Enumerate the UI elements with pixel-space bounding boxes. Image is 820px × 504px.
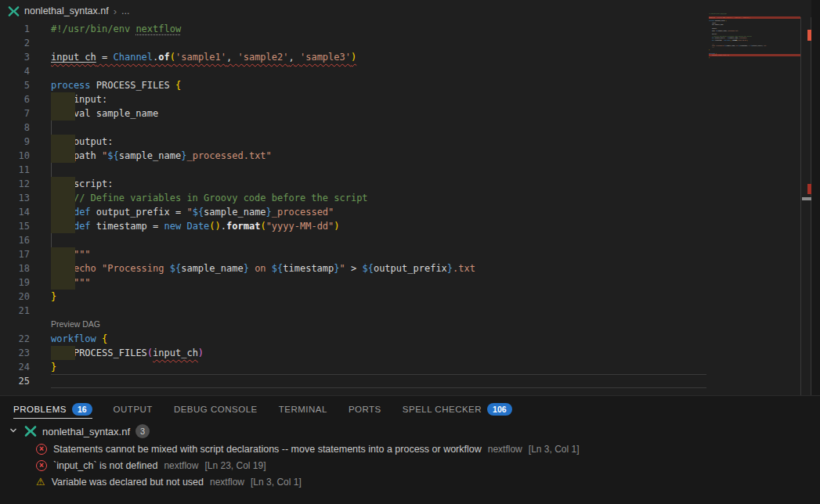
breadcrumb-file[interactable]: nonlethal_syntax.nf <box>24 5 109 16</box>
code-line[interactable]: 8 <box>0 121 811 135</box>
tab-label: PROBLEMS <box>13 405 67 414</box>
code-line[interactable]: 16 <box>0 233 811 247</box>
line-number[interactable]: 7 <box>0 106 30 121</box>
line-number[interactable]: 15 <box>0 219 30 233</box>
indent-highlight <box>51 275 75 290</box>
line-number[interactable]: 11 <box>0 163 30 177</box>
code-line[interactable]: 5process PROCESS_FILES { <box>0 78 811 92</box>
line-number[interactable]: 23 <box>0 346 30 360</box>
code-line[interactable]: 18 echo "Processing ${sample_name} on ${… <box>0 261 811 275</box>
code-token: def <box>74 207 91 218</box>
problem-message: Statements cannot be mixed with script d… <box>53 444 482 455</box>
overview-ruler-scrollbar[interactable] <box>800 17 811 395</box>
tab-problems[interactable]: PROBLEMS16 <box>13 396 92 422</box>
problem-row[interactable]: ⚠Variable was declared but not usednextf… <box>0 473 820 490</box>
indent-highlight <box>51 135 75 149</box>
minimap[interactable]: #!/usr/bin/env nextflowinput_ch = Channe… <box>709 13 800 87</box>
line-number[interactable]: 22 <box>0 332 30 346</box>
code-line[interactable]: 2 <box>0 36 811 50</box>
line-number[interactable]: 16 <box>0 233 30 247</box>
code-line[interactable]: 25 <box>0 374 811 388</box>
code-token: format <box>226 221 260 232</box>
codelens-preview-dag[interactable]: Preview DAG <box>0 318 811 332</box>
tab-label: SPELL CHECKER <box>403 405 482 414</box>
code-line[interactable]: 11 <box>0 163 811 177</box>
error-icon: × <box>36 460 47 471</box>
line-number[interactable]: 4 <box>0 64 30 78</box>
code-token: } <box>51 291 56 302</box>
code-line[interactable]: 24} <box>0 360 811 374</box>
tab-output[interactable]: OUTPUT <box>114 396 153 422</box>
code-line[interactable]: 19 """ <box>0 275 811 290</box>
code-token: process <box>51 80 91 91</box>
breadcrumb-more[interactable]: ... <box>121 5 129 16</box>
line-number[interactable]: 3 <box>0 50 30 64</box>
line-number[interactable]: 17 <box>0 247 30 261</box>
code-line[interactable]: 23 PROCESS_FILES(input_ch) <box>0 346 811 360</box>
code-line[interactable]: 7 val sample_name <box>0 106 811 121</box>
code-line[interactable]: 13 // Define variables in Groovy code be… <box>0 191 811 205</box>
code-token: workflow <box>51 333 96 344</box>
problem-row[interactable]: ×`input_ch` is not definednextflow[Ln 23… <box>0 457 820 473</box>
code-line-content: input_ch = Channel.of('sample1', 'sample… <box>51 52 356 63</box>
tab-terminal[interactable]: TERMINAL <box>279 396 327 422</box>
code-token: } <box>244 263 249 274</box>
code-line[interactable]: 20} <box>0 290 811 304</box>
indent-highlight <box>51 205 75 219</box>
line-number[interactable]: 6 <box>0 92 30 106</box>
problems-file-count-badge: 3 <box>135 424 150 438</box>
code-line[interactable] <box>709 58 793 59</box>
breadcrumb[interactable]: nonlethal_syntax.nf › ... <box>0 0 811 22</box>
code-line[interactable]: 6 input: <box>0 92 811 106</box>
code-line[interactable]: 14 def output_prefix = "${sample_name}_p… <box>0 205 811 219</box>
bottom-panel: PROBLEMS16OUTPUTDEBUG CONSOLETERMINALPOR… <box>0 395 820 504</box>
code-token: ${ <box>107 150 118 161</box>
line-number[interactable]: 13 <box>0 191 30 205</box>
code-token: } <box>51 362 56 373</box>
code-line[interactable]: 22workflow { <box>0 332 811 346</box>
line-number[interactable]: 12 <box>0 177 30 191</box>
line-number[interactable]: 21 <box>0 304 30 318</box>
line-number[interactable]: 2 <box>0 36 30 50</box>
indent-guide <box>51 163 52 177</box>
code-line[interactable]: 4 <box>0 64 811 78</box>
line-number[interactable]: 24 <box>0 360 30 374</box>
problem-row[interactable]: ×Statements cannot be mixed with script … <box>0 441 820 457</box>
indent-highlight <box>51 346 75 360</box>
code-token: sample_name <box>204 207 266 218</box>
line-number[interactable]: 9 <box>0 135 30 149</box>
code-token: def <box>74 221 91 232</box>
line-number[interactable]: 10 <box>0 149 30 163</box>
problem-message: `input_ch` is not defined <box>53 460 157 471</box>
line-number[interactable]: 25 <box>0 374 30 388</box>
problems-file-group[interactable]: nonlethal_syntax.nf 3 <box>0 422 820 441</box>
chevron-down-icon[interactable] <box>8 425 19 438</box>
line-number[interactable]: 20 <box>0 290 30 304</box>
line-number[interactable]: 8 <box>0 121 30 135</box>
code-line[interactable]: 15 def timestamp = new Date().format("yy… <box>0 219 811 233</box>
code-line-content: workflow { <box>51 333 107 344</box>
code-line[interactable]: 17 """ <box>0 247 811 261</box>
code-line[interactable]: 3input_ch = Channel.of('sample1', 'sampl… <box>0 50 811 64</box>
code-line[interactable]: 9 output: <box>0 135 811 149</box>
line-number[interactable]: 5 <box>0 78 30 92</box>
code-line[interactable]: 10 path "${sample_name}_processed.txt" <box>0 149 811 163</box>
tab-ports[interactable]: PORTS <box>349 396 381 422</box>
code-line[interactable]: 12 script: <box>0 177 811 191</box>
tab-spell-checker[interactable]: SPELL CHECKER106 <box>403 396 512 422</box>
tab-debug-console[interactable]: DEBUG CONSOLE <box>174 396 258 422</box>
line-number[interactable]: 1 <box>0 22 30 36</box>
code-token: ${ <box>272 263 283 274</box>
indent-guide <box>51 121 52 135</box>
line-number[interactable]: 18 <box>0 261 30 275</box>
code-line[interactable]: 1#!/usr/bin/env nextflow <box>0 22 811 36</box>
code-token: sample_name <box>181 263 243 274</box>
code-token: () <box>209 221 220 232</box>
line-number[interactable]: 19 <box>0 275 30 290</box>
code-line[interactable]: 21 <box>0 304 811 318</box>
tab-count-badge: 106 <box>487 403 512 416</box>
tab-label: DEBUG CONSOLE <box>174 405 258 414</box>
line-number[interactable]: 14 <box>0 205 30 219</box>
code-area[interactable]: 1#!/usr/bin/env nextflow23input_ch = Cha… <box>0 22 811 388</box>
code-token: nextflow <box>135 23 181 34</box>
